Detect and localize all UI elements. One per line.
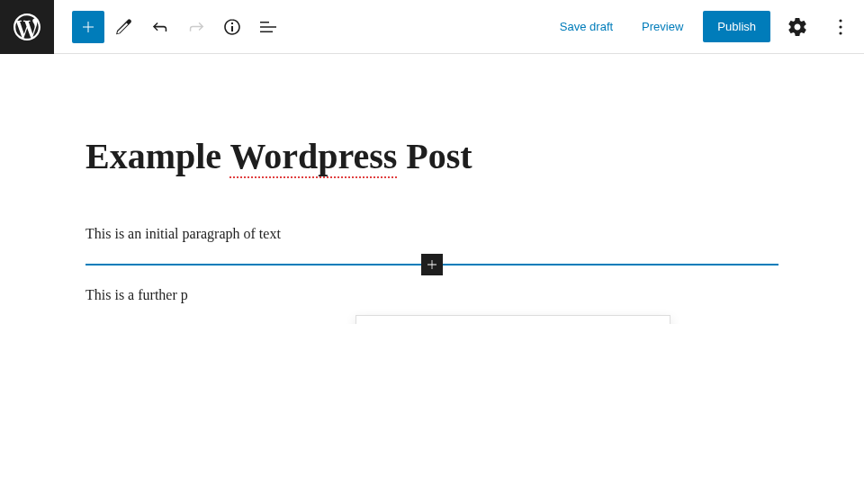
toolbar-right: Save draft Preview Publish <box>551 11 864 43</box>
info-icon <box>221 16 243 38</box>
spellcheck-underline: Wordpress <box>230 136 397 178</box>
pencil-icon <box>113 16 135 38</box>
info-button[interactable] <box>216 11 248 43</box>
popover-body: ✕ HTML Custom HTML <box>356 316 670 324</box>
topbar: Save draft Preview Publish <box>0 0 864 54</box>
undo-button[interactable] <box>144 11 176 43</box>
paragraph-block-1[interactable]: This is an initial paragraph of text <box>86 222 778 246</box>
redo-button[interactable] <box>180 11 212 43</box>
svg-point-2 <box>839 32 842 34</box>
toolbar-left <box>72 11 284 43</box>
list-view-icon <box>257 16 279 38</box>
redo-icon <box>185 16 207 38</box>
wordpress-icon <box>11 11 43 43</box>
outline-button[interactable] <box>252 11 284 43</box>
kebab-icon <box>830 16 851 38</box>
svg-point-1 <box>839 25 842 28</box>
save-draft-button[interactable]: Save draft <box>551 13 622 40</box>
wp-logo[interactable] <box>0 0 54 54</box>
post-title[interactable]: Example Wordpress Post <box>86 135 778 177</box>
plus-icon <box>77 16 99 38</box>
svg-point-0 <box>839 19 842 22</box>
inline-inserter-button[interactable] <box>421 254 443 275</box>
gear-icon <box>787 16 808 38</box>
publish-button[interactable]: Publish <box>703 11 770 42</box>
paragraph-block-2[interactable]: This is a further p <box>86 284 778 307</box>
plus-icon <box>423 256 441 274</box>
add-block-button[interactable] <box>72 11 104 43</box>
edit-mode-button[interactable] <box>108 11 140 43</box>
undo-icon <box>149 16 171 38</box>
block-insertion-point <box>86 264 778 266</box>
block-inserter-popover: ✕ HTML Custom HTML Browse all <box>356 315 670 324</box>
options-button[interactable] <box>824 11 857 43</box>
preview-button[interactable]: Preview <box>633 13 692 40</box>
editor-canvas: Example Wordpress Post This is an initia… <box>86 54 778 306</box>
settings-button[interactable] <box>781 11 814 43</box>
